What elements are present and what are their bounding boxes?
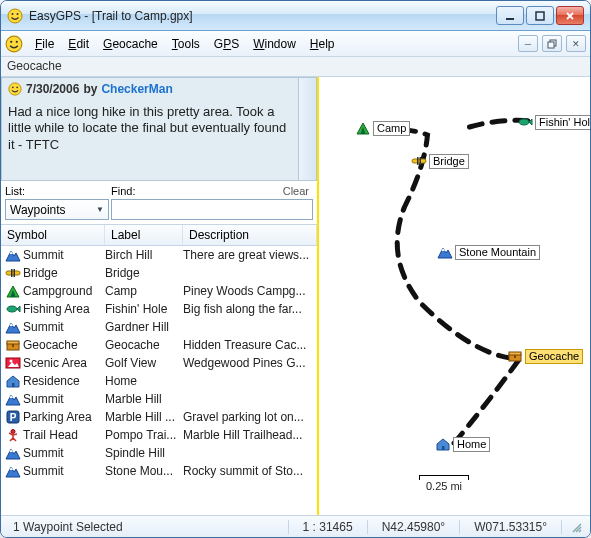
summit-icon (5, 248, 21, 262)
maximize-button[interactable] (526, 6, 554, 25)
table-row[interactable]: SummitGardner Hill (1, 318, 317, 336)
map-label-home[interactable]: Home (453, 437, 490, 452)
cell-description: Marble Hill Trailhead... (183, 428, 317, 442)
table-row[interactable]: GeocacheGeocacheHidden Treasure Cac... (1, 336, 317, 354)
cell-label: Geocache (105, 338, 183, 352)
parking-icon (5, 410, 21, 424)
cell-symbol: Summit (21, 446, 105, 460)
cell-symbol: Geocache (21, 338, 105, 352)
cell-label: Gardner Hill (105, 320, 183, 334)
cell-description: Gravel parking lot on... (183, 410, 317, 424)
cell-label: Bridge (105, 266, 183, 280)
col-description[interactable]: Description (183, 225, 317, 245)
cell-symbol: Summit (21, 320, 105, 334)
menu-window[interactable]: Window (247, 35, 302, 53)
svg-rect-19 (548, 42, 554, 48)
menu-help[interactable]: Help (304, 35, 341, 53)
doc-minimize-button[interactable]: ─ (518, 35, 538, 52)
summit-icon (5, 392, 21, 406)
table-row[interactable]: SummitStone Mou...Rocky summit of Sto... (1, 462, 317, 480)
cell-label: Birch Hill (105, 248, 183, 262)
cell-description: Piney Woods Campg... (183, 284, 317, 298)
summit-icon (5, 320, 21, 334)
cell-description: Wedgewood Pines G... (183, 356, 317, 370)
menu-tools[interactable]: Tools (166, 35, 206, 53)
chevron-down-icon: ▼ (96, 205, 104, 214)
table-header: Symbol Label Description (1, 225, 317, 246)
list-combo[interactable]: Waypoints ▼ (5, 199, 109, 220)
cell-label: Home (105, 374, 183, 388)
trailhead-icon (5, 428, 21, 442)
close-button[interactable] (556, 6, 584, 25)
cell-label: Camp (105, 284, 183, 298)
table-body: SummitBirch HillThere are great views...… (1, 246, 317, 515)
home-icon (435, 437, 451, 451)
log-body: Had a nice long hike in this pretty area… (8, 104, 310, 153)
left-pane: 7/30/2006 by CheckerMan Had a nice long … (1, 77, 319, 515)
list-combo-value: Waypoints (10, 203, 66, 217)
log-entry: 7/30/2006 by CheckerMan Had a nice long … (1, 77, 317, 181)
cell-label: Marble Hill (105, 392, 183, 406)
map-label-stone[interactable]: Stone Mountain (455, 245, 540, 260)
table-row[interactable]: Parking AreaMarble Hill ...Gravel parkin… (1, 408, 317, 426)
content-area: 7/30/2006 by CheckerMan Had a nice long … (1, 77, 590, 515)
cell-label: Spindle Hill (105, 446, 183, 460)
map-label-geocache[interactable]: Geocache (525, 349, 583, 364)
map-pane[interactable]: Camp Fishin' Hole Bridge Stone Mountain … (319, 77, 590, 515)
geocache-icon (5, 338, 21, 352)
find-input[interactable] (111, 199, 313, 220)
panel-label: Geocache (1, 57, 590, 77)
cell-label: Pompo Trai... (105, 428, 183, 442)
map-label-fishin[interactable]: Fishin' Hole (535, 115, 590, 130)
status-lon: W071.53315° (468, 520, 553, 534)
table-row[interactable]: SummitMarble Hill (1, 390, 317, 408)
table-row[interactable]: ResidenceHome (1, 372, 317, 390)
summit-icon (437, 245, 453, 259)
cell-description: Rocky summit of Sto... (183, 464, 317, 478)
cell-label: Golf View (105, 356, 183, 370)
table-row[interactable]: BridgeBridge (1, 264, 317, 282)
map-scale: 0.25 mi (419, 475, 469, 492)
map-label-camp[interactable]: Camp (373, 121, 410, 136)
menu-bar: File Edit Geocache Tools GPS Window Help… (1, 31, 590, 57)
table-row[interactable]: SummitBirch HillThere are great views... (1, 246, 317, 264)
resize-grip-icon[interactable] (570, 521, 582, 533)
map-label-bridge[interactable]: Bridge (429, 154, 469, 169)
col-symbol[interactable]: Symbol (1, 225, 105, 245)
scenic-icon (5, 356, 21, 370)
clear-button[interactable]: Clear (283, 185, 313, 197)
bridge-icon (411, 154, 427, 168)
col-label[interactable]: Label (105, 225, 183, 245)
app-window: EasyGPS - [Trail to Camp.gpx] File Edit … (0, 0, 591, 538)
find-label: Find: (111, 185, 281, 197)
cell-label: Fishin' Hole (105, 302, 183, 316)
cell-symbol: Residence (21, 374, 105, 388)
menu-edit[interactable]: Edit (62, 35, 95, 53)
table-row[interactable]: CampgroundCampPiney Woods Campg... (1, 282, 317, 300)
table-row[interactable]: Fishing AreaFishin' HoleBig fish along t… (1, 300, 317, 318)
minimize-button[interactable] (496, 6, 524, 25)
svg-rect-16 (506, 18, 514, 20)
waypoint-table: Symbol Label Description SummitBirch Hil… (1, 224, 317, 515)
menu-geocache[interactable]: Geocache (97, 35, 164, 53)
menu-file[interactable]: File (29, 35, 60, 53)
table-row[interactable]: SummitSpindle Hill (1, 444, 317, 462)
table-row[interactable]: Scenic AreaGolf ViewWedgewood Pines G... (1, 354, 317, 372)
fish-icon (517, 115, 533, 129)
residence-icon (5, 374, 21, 388)
cell-symbol: Summit (21, 464, 105, 478)
doc-restore-button[interactable] (542, 35, 562, 52)
doc-close-button[interactable]: ✕ (566, 35, 586, 52)
fish-icon (5, 302, 21, 316)
window-title: EasyGPS - [Trail to Camp.gpx] (29, 9, 496, 23)
cell-symbol: Fishing Area (21, 302, 105, 316)
log-author-link[interactable]: CheckerMan (101, 82, 172, 96)
summit-icon (5, 446, 21, 460)
log-date: 7/30/2006 (26, 82, 79, 96)
camp-icon (355, 121, 371, 135)
table-row[interactable]: Trail HeadPompo Trai...Marble Hill Trail… (1, 426, 317, 444)
menu-gps[interactable]: GPS (208, 35, 245, 53)
svg-rect-17 (536, 12, 544, 20)
app-icon (7, 8, 23, 24)
cell-symbol: Parking Area (21, 410, 105, 424)
